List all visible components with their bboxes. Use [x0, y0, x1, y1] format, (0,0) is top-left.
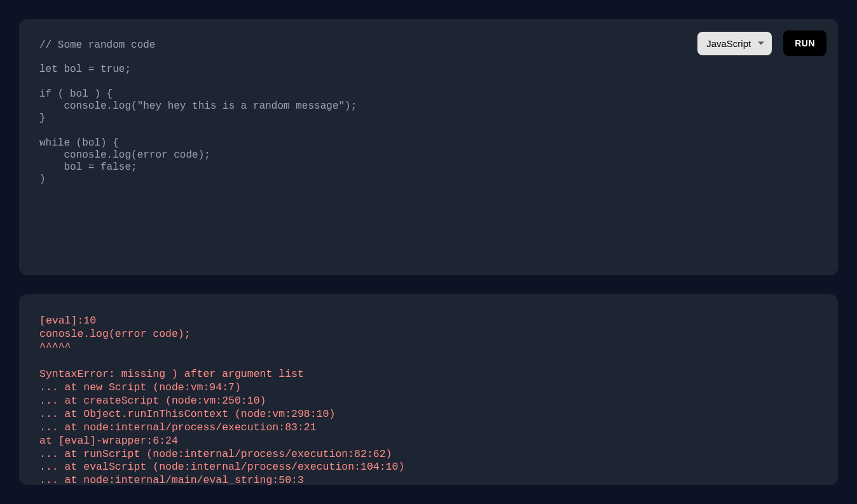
code-editor-panel: JavaScript RUN // Some random code let b…	[19, 19, 838, 275]
language-select[interactable]: JavaScript	[697, 32, 772, 55]
code-editor[interactable]: // Some random code let bol = true; if (…	[39, 39, 818, 186]
run-button[interactable]: RUN	[783, 31, 826, 56]
language-select-wrapper: JavaScript	[697, 32, 772, 55]
output-panel: [eval]:10 conosle.log(error code); ^^^^^…	[19, 294, 838, 485]
editor-controls: JavaScript RUN	[697, 31, 826, 56]
output-text: [eval]:10 conosle.log(error code); ^^^^^…	[39, 315, 818, 485]
